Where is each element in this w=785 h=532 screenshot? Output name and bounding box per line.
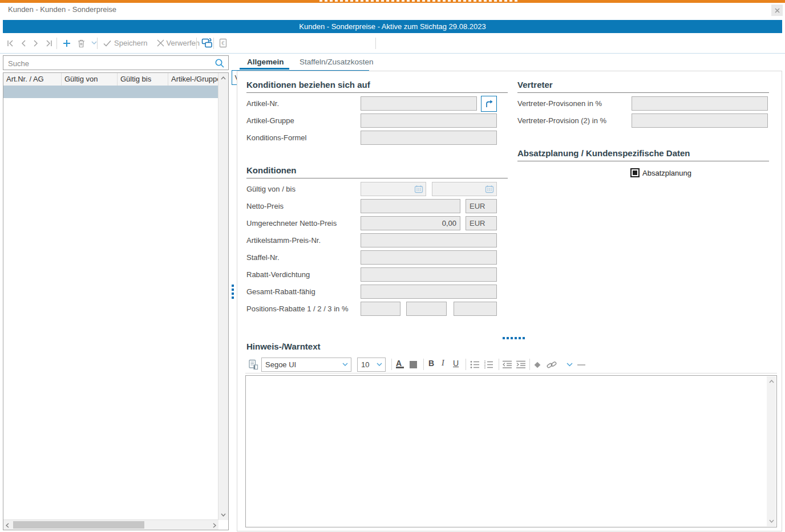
rabatt-verdichtung-field[interactable] <box>361 267 497 282</box>
italic-button[interactable]: I <box>442 359 444 368</box>
artikel-jump-button[interactable] <box>481 96 497 112</box>
nav-next-button[interactable] <box>30 36 42 51</box>
tab-allgemein[interactable]: Allgemein <box>247 58 284 66</box>
positions-rabatt-3-field[interactable] <box>454 302 497 316</box>
font-color-button[interactable]: A <box>396 359 404 368</box>
save-button[interactable]: Speichern <box>100 36 151 51</box>
indent-button[interactable] <box>516 360 526 369</box>
staffel-nr-field[interactable] <box>361 250 497 265</box>
search-input[interactable] <box>7 56 212 70</box>
scrollbar-thumb[interactable] <box>13 521 144 529</box>
nav-first-button[interactable] <box>3 36 17 51</box>
gueltig-von-bis-label: Gültig von / bis <box>246 182 296 196</box>
close-button[interactable] <box>771 5 783 16</box>
grid-horizontal-scrollbar[interactable] <box>3 519 218 530</box>
add-record-button[interactable] <box>59 36 74 51</box>
provision2-field[interactable] <box>632 113 768 128</box>
nav-last-icon <box>45 39 53 47</box>
toolbar-separator <box>213 38 214 49</box>
page-title: Kunden - Sonderpreise - Aktive zum Stich… <box>3 20 782 33</box>
toolbar-separator <box>391 359 392 370</box>
scroll-up-icon[interactable] <box>221 76 226 80</box>
jump-to-icon <box>484 99 493 108</box>
toolbar-separator <box>97 38 98 49</box>
section-title-absatzplanung: Absatzplanung / Kundenspezifische Daten <box>517 148 769 161</box>
toolbar-separator <box>423 359 424 370</box>
cross-icon <box>157 39 164 47</box>
underline-button[interactable]: U <box>453 359 459 368</box>
font-family-select[interactable]: Segoe UI <box>261 358 351 372</box>
section-title-konditionen: Konditionen <box>246 165 508 178</box>
more-options-button[interactable] <box>567 363 573 367</box>
artikel-gruppe-field[interactable] <box>361 113 497 128</box>
text-module-icon[interactable] <box>248 359 259 370</box>
column-header-gueltig-bis[interactable]: Gültig bis <box>118 73 168 86</box>
table-row[interactable] <box>3 86 218 98</box>
panel-splitter-handle[interactable] <box>232 285 234 300</box>
app-window: Kunden - Kunden - Sonderpreise Kunden - … <box>0 0 785 532</box>
artikelstamm-preis-nr-field[interactable] <box>361 233 497 247</box>
netto-preis-label: Netto-Preis <box>246 199 284 213</box>
scroll-right-icon[interactable] <box>213 523 216 528</box>
bold-button[interactable]: B <box>428 359 434 368</box>
breadcrumb: Kunden - Kunden - Sonderpreise <box>8 5 116 14</box>
editor-vertical-scrollbar[interactable] <box>767 376 776 526</box>
umgerechneter-netto-preis-label: Umgerechneter Netto-Preis <box>246 216 337 230</box>
discard-button[interactable]: Verwerfen <box>154 36 203 51</box>
grid-header: Art.Nr. / AG Gültig von Gültig bis Artik… <box>3 73 218 86</box>
absatzplanung-checkbox[interactable] <box>630 168 640 177</box>
tab-staffeln-zusatzkosten[interactable]: Staffeln/Zusatzkosten <box>300 58 374 66</box>
collapse-toolbar-button[interactable] <box>577 364 585 366</box>
toolbar-separator <box>375 38 376 49</box>
results-grid: Art.Nr. / AG Gültig von Gültig bis Artik… <box>3 72 229 530</box>
toolbar-separator <box>196 38 197 49</box>
gueltig-von-field[interactable] <box>361 182 426 196</box>
netto-preis-currency: EUR <box>466 199 497 213</box>
section-title-konditionen-bezug: Konditionen beziehen sich auf <box>246 80 508 93</box>
absatzplanung-label: Absatzplanung <box>642 166 691 180</box>
delete-record-button[interactable] <box>74 36 88 51</box>
positions-rabatt-2-field[interactable] <box>406 302 447 316</box>
symbol-button[interactable] <box>533 361 541 369</box>
nav-previous-button[interactable] <box>17 36 30 51</box>
scroll-down-icon[interactable] <box>769 519 774 523</box>
font-family-value: Segoe UI <box>265 360 296 369</box>
outdent-button[interactable] <box>502 360 512 369</box>
price-document-button[interactable]: € <box>216 36 230 51</box>
nav-last-button[interactable] <box>42 36 56 51</box>
calendar-icon <box>485 185 494 193</box>
numbered-list-button[interactable] <box>484 360 493 369</box>
grid-vertical-scrollbar[interactable] <box>218 73 228 520</box>
close-icon <box>775 8 780 13</box>
toolbar: Speichern Verwerfen <box>0 34 785 54</box>
add-icon <box>62 39 71 48</box>
konditions-formel-field[interactable] <box>361 131 497 145</box>
font-size-select[interactable]: 10 <box>357 358 386 372</box>
artikel-gruppe-label: Artikel-Gruppe <box>246 113 294 128</box>
nav-first-icon <box>6 39 14 47</box>
column-header-artnr[interactable]: Art.Nr. / AG <box>3 73 62 86</box>
gueltig-bis-field[interactable] <box>432 182 497 196</box>
scroll-left-icon[interactable] <box>6 523 9 528</box>
trash-icon <box>77 39 86 48</box>
column-header-gueltig-von[interactable]: Gültig von <box>62 73 118 86</box>
section-splitter-handle[interactable] <box>503 337 527 339</box>
chevron-down-icon <box>377 363 382 367</box>
hinweis-warntext-editor[interactable] <box>245 375 777 527</box>
artikel-nr-field[interactable] <box>361 96 477 111</box>
highlight-color-button[interactable] <box>410 361 417 368</box>
column-header-artikel-gruppe[interactable]: Artikel-/Gruppe <box>168 73 218 86</box>
delete-dropdown-button[interactable] <box>88 36 100 51</box>
provision1-field[interactable] <box>632 96 768 111</box>
clipped-window-title <box>319 0 519 2</box>
scroll-up-icon[interactable] <box>769 380 774 383</box>
hyperlink-button[interactable] <box>547 360 557 369</box>
positions-rabatt-1-field[interactable] <box>361 302 400 316</box>
italic-glyph: I <box>442 359 444 367</box>
scroll-down-icon[interactable] <box>221 513 226 517</box>
netto-preis-field[interactable] <box>361 199 460 213</box>
umgerechneter-netto-preis-field[interactable] <box>361 216 460 230</box>
bullet-list-button[interactable] <box>470 360 480 369</box>
switch-view-icon <box>201 38 213 48</box>
gesamt-rabatt-faehig-field[interactable] <box>361 285 497 299</box>
